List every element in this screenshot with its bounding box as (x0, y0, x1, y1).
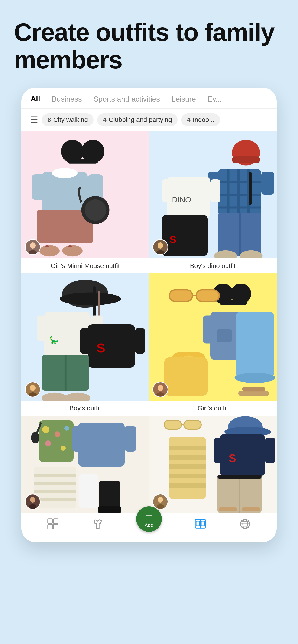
svg-rect-130 (53, 519, 58, 524)
filter-icon[interactable]: ☰ (31, 115, 38, 125)
add-button[interactable]: + Add (136, 506, 162, 532)
tabs-bar: All Business Sports and activities Leisu… (21, 88, 277, 109)
svg-rect-118 (214, 438, 224, 463)
outfit-label-3: Boy's outfit (21, 401, 149, 416)
outfit-image-4 (149, 273, 277, 401)
avatar-5 (25, 494, 41, 510)
girl-outfit2-svg (149, 273, 277, 401)
nav-item-grid[interactable] (47, 518, 59, 533)
svg-rect-116 (169, 483, 206, 488)
chip-indoor[interactable]: 4 Indoo... (181, 113, 220, 126)
svg-text:S: S (169, 234, 176, 245)
svg-point-41 (60, 292, 121, 305)
svg-rect-30 (248, 172, 251, 205)
svg-rect-123 (217, 475, 261, 479)
svg-rect-136 (201, 521, 204, 526)
nav-item-outfit[interactable] (92, 518, 104, 533)
tab-sports[interactable]: Sports and activities (94, 95, 160, 108)
svg-rect-4 (32, 174, 47, 200)
nav-item-wardrobe[interactable] (194, 518, 206, 533)
svg-rect-94 (125, 426, 136, 452)
hero-section: Create outfits to family members (0, 0, 298, 83)
avatar-3 (25, 382, 41, 397)
tab-business[interactable]: Business (52, 95, 82, 108)
svg-point-86 (55, 432, 60, 437)
partial-outfit-grid: S (21, 416, 277, 513)
grid-icon (47, 518, 59, 533)
svg-rect-117 (220, 434, 265, 476)
avatar-6 (152, 494, 168, 510)
svg-rect-98 (34, 490, 76, 493)
svg-rect-62 (169, 290, 192, 301)
svg-point-10 (39, 245, 60, 256)
svg-rect-50 (135, 328, 145, 354)
svg-rect-112 (169, 446, 206, 450)
svg-rect-84 (39, 420, 74, 462)
svg-rect-79 (238, 390, 269, 396)
svg-point-91 (31, 432, 40, 444)
svg-point-89 (61, 446, 66, 451)
tab-all[interactable]: All (31, 94, 40, 108)
svg-rect-66 (203, 315, 215, 343)
partial-left-svg (21, 416, 149, 513)
svg-point-85 (42, 426, 49, 433)
svg-point-9 (85, 199, 106, 220)
tab-ev[interactable]: Ev... (207, 95, 222, 108)
svg-rect-2 (67, 159, 98, 164)
chip-city-walking[interactable]: 8 City walking (42, 113, 94, 126)
svg-rect-92 (78, 422, 125, 467)
svg-rect-106 (164, 420, 181, 429)
outfit-icon (92, 518, 104, 533)
svg-point-38 (158, 242, 163, 248)
svg-text:S: S (229, 452, 236, 464)
hero-title: Create outfits to family members (14, 18, 284, 74)
svg-point-54 (42, 392, 67, 400)
svg-rect-107 (184, 420, 201, 429)
svg-rect-119 (265, 438, 275, 463)
tab-leisure[interactable]: Leisure (171, 95, 196, 108)
avatar-2 (152, 239, 168, 255)
chip-clubbing[interactable]: 4 Clubbing and partying (97, 113, 178, 126)
phone-container: All Business Sports and activities Leisu… (21, 88, 277, 542)
svg-rect-80 (242, 387, 265, 391)
girl-outfit-svg (21, 131, 149, 258)
svg-point-55 (65, 392, 90, 400)
partial-right-svg: S (149, 416, 277, 513)
svg-rect-33 (162, 215, 208, 256)
outfit-card-1[interactable]: Girl's Minni Mouse outfit (21, 131, 149, 273)
svg-rect-96 (34, 474, 76, 477)
outfit-card-2[interactable]: DINO S (149, 131, 277, 273)
outfit-grid: Girl's Minni Mouse outfit (21, 131, 277, 416)
svg-point-71 (235, 373, 275, 383)
svg-rect-78 (164, 358, 208, 396)
svg-rect-129 (48, 519, 53, 524)
svg-rect-68 (217, 330, 232, 342)
partial-card-right[interactable]: S (149, 416, 277, 513)
outfit-image-2: DINO S (149, 131, 277, 258)
svg-rect-70 (236, 312, 274, 378)
outfit-label-4: Girl's outfit (149, 401, 277, 416)
svg-text:S: S (97, 341, 105, 355)
svg-rect-114 (169, 464, 206, 469)
svg-point-11 (62, 245, 83, 256)
partial-card-left[interactable] (21, 416, 149, 513)
svg-rect-48 (88, 324, 135, 368)
outfit-card-3[interactable]: 🦕 S (21, 273, 149, 416)
outfit-image-3: 🦕 S (21, 273, 149, 401)
svg-text:🦕: 🦕 (50, 336, 59, 344)
wardrobe-icon (194, 518, 206, 533)
avatar-1 (25, 239, 41, 255)
svg-rect-61 (219, 300, 247, 304)
svg-point-104 (30, 497, 35, 502)
svg-rect-131 (48, 524, 53, 529)
svg-rect-135 (196, 521, 199, 526)
svg-rect-29 (210, 180, 220, 202)
globe-icon (239, 518, 251, 533)
svg-rect-28 (162, 180, 172, 202)
outfit-card-4[interactable]: Girl's outfit (149, 273, 277, 416)
svg-rect-125 (242, 507, 260, 512)
filter-bar: ☰ 8 City walking 4 Clubbing and partying… (21, 109, 277, 131)
nav-item-globe[interactable] (239, 518, 251, 533)
svg-rect-113 (169, 455, 206, 460)
outfit-label-2: Boy's dino outfit (149, 258, 277, 273)
